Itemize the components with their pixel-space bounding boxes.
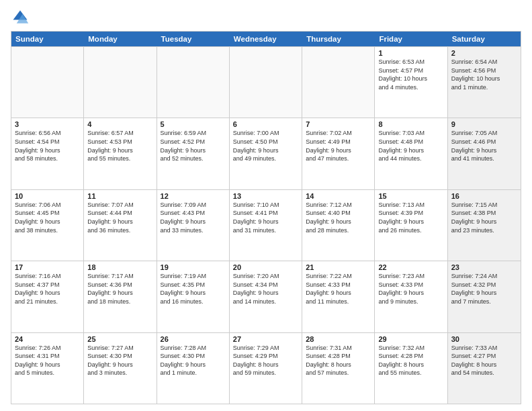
day-info: Sunrise: 6:54 AM Sunset: 4:56 PM Dayligh…	[451, 58, 517, 91]
day-info: Sunrise: 7:16 AM Sunset: 4:37 PM Dayligh…	[15, 272, 80, 306]
calendar-cell: 21Sunrise: 7:22 AM Sunset: 4:33 PM Dayli…	[302, 261, 375, 332]
day-number: 27	[233, 335, 298, 343]
logo-icon	[11, 8, 30, 27]
calendar-cell: 18Sunrise: 7:17 AM Sunset: 4:36 PM Dayli…	[84, 261, 157, 332]
day-info: Sunrise: 7:26 AM Sunset: 4:31 PM Dayligh…	[15, 344, 80, 377]
day-info: Sunrise: 7:31 AM Sunset: 4:28 PM Dayligh…	[306, 344, 371, 377]
day-number: 23	[451, 263, 517, 271]
day-number: 6	[233, 120, 298, 128]
calendar-cell: 7Sunrise: 7:02 AM Sunset: 4:49 PM Daylig…	[302, 118, 375, 189]
day-number: 2	[451, 49, 517, 57]
day-number: 22	[378, 263, 443, 271]
calendar-cell	[302, 47, 375, 118]
calendar-cell: 4Sunrise: 6:57 AM Sunset: 4:53 PM Daylig…	[84, 118, 157, 189]
calendar-cell: 14Sunrise: 7:12 AM Sunset: 4:40 PM Dayli…	[302, 190, 375, 261]
day-info: Sunrise: 7:02 AM Sunset: 4:49 PM Dayligh…	[306, 129, 371, 163]
day-number: 30	[451, 335, 517, 343]
calendar-cell: 26Sunrise: 7:28 AM Sunset: 4:30 PM Dayli…	[157, 333, 230, 404]
day-info: Sunrise: 7:20 AM Sunset: 4:34 PM Dayligh…	[233, 272, 298, 306]
header-day-thursday: Thursday	[302, 32, 375, 46]
calendar-cell: 11Sunrise: 7:07 AM Sunset: 4:44 PM Dayli…	[84, 190, 157, 261]
calendar-cell: 12Sunrise: 7:09 AM Sunset: 4:43 PM Dayli…	[157, 190, 230, 261]
day-info: Sunrise: 7:24 AM Sunset: 4:32 PM Dayligh…	[451, 272, 517, 306]
day-info: Sunrise: 7:09 AM Sunset: 4:43 PM Dayligh…	[161, 201, 226, 234]
calendar-cell: 8Sunrise: 7:03 AM Sunset: 4:48 PM Daylig…	[375, 118, 447, 189]
calendar-cell: 16Sunrise: 7:15 AM Sunset: 4:38 PM Dayli…	[448, 190, 521, 261]
day-info: Sunrise: 7:07 AM Sunset: 4:44 PM Dayligh…	[87, 201, 152, 234]
day-info: Sunrise: 7:05 AM Sunset: 4:46 PM Dayligh…	[451, 129, 517, 163]
day-info: Sunrise: 7:06 AM Sunset: 4:45 PM Dayligh…	[15, 201, 80, 234]
day-info: Sunrise: 7:33 AM Sunset: 4:27 PM Dayligh…	[451, 344, 517, 377]
day-info: Sunrise: 7:03 AM Sunset: 4:48 PM Dayligh…	[378, 129, 443, 163]
day-info: Sunrise: 7:13 AM Sunset: 4:39 PM Dayligh…	[378, 201, 443, 234]
day-info: Sunrise: 7:29 AM Sunset: 4:29 PM Dayligh…	[233, 344, 298, 377]
calendar-cell: 6Sunrise: 7:00 AM Sunset: 4:50 PM Daylig…	[230, 118, 302, 189]
calendar-row: 10Sunrise: 7:06 AM Sunset: 4:45 PM Dayli…	[11, 189, 521, 261]
day-number: 11	[87, 192, 152, 200]
calendar-cell: 22Sunrise: 7:23 AM Sunset: 4:33 PM Dayli…	[375, 261, 447, 332]
calendar-cell: 29Sunrise: 7:32 AM Sunset: 4:28 PM Dayli…	[375, 333, 447, 404]
header-day-friday: Friday	[375, 32, 447, 46]
logo	[11, 8, 32, 27]
day-number: 20	[233, 263, 298, 271]
calendar-cell: 2Sunrise: 6:54 AM Sunset: 4:56 PM Daylig…	[448, 47, 521, 118]
day-number: 28	[306, 335, 371, 343]
day-number: 8	[378, 120, 443, 128]
calendar-row: 3Sunrise: 6:56 AM Sunset: 4:54 PM Daylig…	[11, 118, 521, 189]
calendar-cell: 30Sunrise: 7:33 AM Sunset: 4:27 PM Dayli…	[448, 333, 521, 404]
calendar-header: SundayMondayTuesdayWednesdayThursdayFrid…	[11, 32, 521, 46]
day-number: 17	[15, 263, 80, 271]
day-info: Sunrise: 6:53 AM Sunset: 4:57 PM Dayligh…	[378, 58, 443, 91]
calendar-cell	[11, 47, 84, 118]
day-number: 9	[451, 120, 517, 128]
calendar-cell: 19Sunrise: 7:19 AM Sunset: 4:35 PM Dayli…	[157, 261, 230, 332]
day-number: 10	[15, 192, 80, 200]
header	[11, 8, 521, 27]
day-number: 29	[378, 335, 443, 343]
day-info: Sunrise: 7:19 AM Sunset: 4:35 PM Dayligh…	[161, 272, 226, 306]
header-day-sunday: Sunday	[11, 32, 84, 46]
day-info: Sunrise: 7:15 AM Sunset: 4:38 PM Dayligh…	[451, 201, 517, 234]
header-day-tuesday: Tuesday	[157, 32, 230, 46]
day-number: 24	[15, 335, 80, 343]
day-number: 12	[161, 192, 226, 200]
header-day-saturday: Saturday	[448, 32, 521, 46]
calendar-cell: 27Sunrise: 7:29 AM Sunset: 4:29 PM Dayli…	[230, 333, 302, 404]
day-number: 16	[451, 192, 517, 200]
day-info: Sunrise: 7:22 AM Sunset: 4:33 PM Dayligh…	[306, 272, 371, 306]
calendar-cell: 24Sunrise: 7:26 AM Sunset: 4:31 PM Dayli…	[11, 333, 84, 404]
day-number: 5	[161, 120, 226, 128]
header-day-wednesday: Wednesday	[230, 32, 302, 46]
day-info: Sunrise: 7:10 AM Sunset: 4:41 PM Dayligh…	[233, 201, 298, 234]
day-number: 18	[87, 263, 152, 271]
calendar-cell	[230, 47, 302, 118]
day-info: Sunrise: 6:59 AM Sunset: 4:52 PM Dayligh…	[161, 129, 226, 163]
day-number: 13	[233, 192, 298, 200]
calendar-cell	[157, 47, 230, 118]
day-number: 25	[87, 335, 152, 343]
calendar-cell: 28Sunrise: 7:31 AM Sunset: 4:28 PM Dayli…	[302, 333, 375, 404]
day-number: 15	[378, 192, 443, 200]
calendar-cell: 25Sunrise: 7:27 AM Sunset: 4:30 PM Dayli…	[84, 333, 157, 404]
day-number: 26	[161, 335, 226, 343]
day-number: 14	[306, 192, 371, 200]
calendar-cell: 9Sunrise: 7:05 AM Sunset: 4:46 PM Daylig…	[448, 118, 521, 189]
day-number: 1	[378, 49, 443, 57]
calendar-row: 1Sunrise: 6:53 AM Sunset: 4:57 PM Daylig…	[11, 46, 521, 118]
calendar-cell: 17Sunrise: 7:16 AM Sunset: 4:37 PM Dayli…	[11, 261, 84, 332]
day-number: 19	[161, 263, 226, 271]
calendar-body: 1Sunrise: 6:53 AM Sunset: 4:57 PM Daylig…	[11, 46, 521, 404]
calendar-cell: 3Sunrise: 6:56 AM Sunset: 4:54 PM Daylig…	[11, 118, 84, 189]
day-number: 21	[306, 263, 371, 271]
day-info: Sunrise: 7:27 AM Sunset: 4:30 PM Dayligh…	[87, 344, 152, 377]
calendar-cell: 5Sunrise: 6:59 AM Sunset: 4:52 PM Daylig…	[157, 118, 230, 189]
calendar-cell: 13Sunrise: 7:10 AM Sunset: 4:41 PM Dayli…	[230, 190, 302, 261]
calendar-row: 24Sunrise: 7:26 AM Sunset: 4:31 PM Dayli…	[11, 332, 521, 404]
day-info: Sunrise: 7:23 AM Sunset: 4:33 PM Dayligh…	[378, 272, 443, 306]
page: SundayMondayTuesdayWednesdayThursdayFrid…	[0, 0, 532, 411]
calendar-cell: 10Sunrise: 7:06 AM Sunset: 4:45 PM Dayli…	[11, 190, 84, 261]
calendar-cell: 23Sunrise: 7:24 AM Sunset: 4:32 PM Dayli…	[448, 261, 521, 332]
day-number: 4	[87, 120, 152, 128]
day-info: Sunrise: 6:57 AM Sunset: 4:53 PM Dayligh…	[87, 129, 152, 163]
day-info: Sunrise: 7:00 AM Sunset: 4:50 PM Dayligh…	[233, 129, 298, 163]
